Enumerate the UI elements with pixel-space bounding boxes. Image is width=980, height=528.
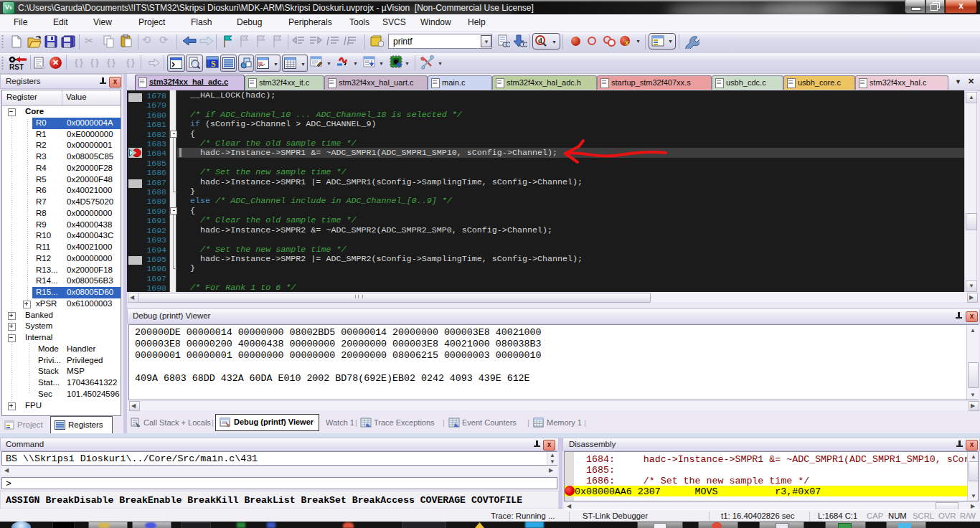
svg-text:d: d bbox=[538, 37, 542, 44]
svg-text:RST: RST bbox=[9, 63, 24, 71]
svg-text:S: S bbox=[211, 59, 216, 69]
